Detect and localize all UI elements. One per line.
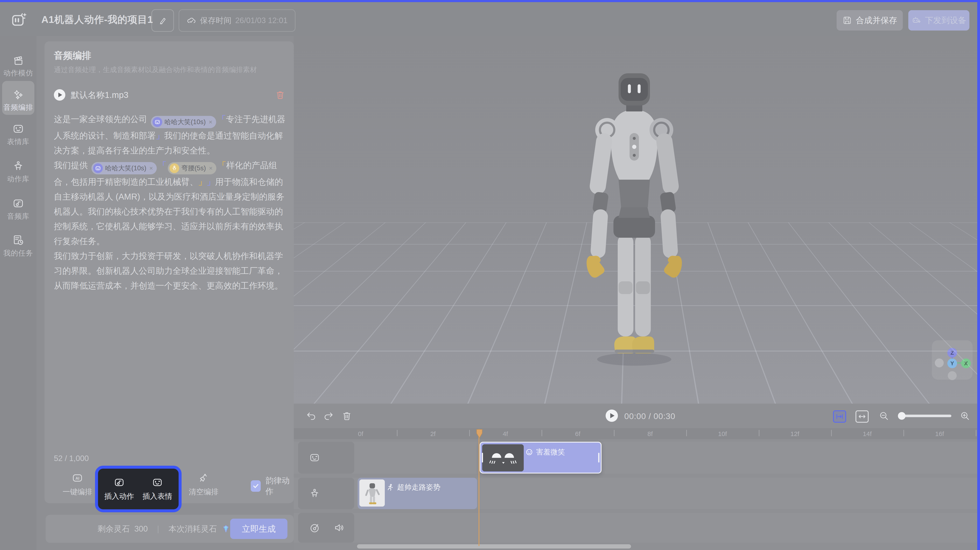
svg-text:AI: AI [75, 476, 80, 480]
cloud-check-icon [186, 16, 196, 25]
action-track-header[interactable] [298, 478, 354, 509]
insert-expression-icon [152, 477, 163, 488]
gizmo-neg-x-axis[interactable] [935, 358, 944, 368]
ai-icon: AI [72, 472, 83, 483]
sidebar-item-motion-mimic[interactable]: 动作模仿 [0, 54, 37, 78]
sidebar-item-action-library[interactable]: 动作库 [0, 160, 37, 184]
3d-viewport[interactable]: Z Y X [294, 36, 977, 404]
timeline-ruler[interactable]: 0f2f4f6f8f10f12f14f16f [294, 428, 977, 439]
ruler-label: 16f [935, 430, 944, 437]
playhead[interactable] [479, 429, 479, 546]
scope-bracket: 「 [158, 161, 167, 170]
gizmo-y-axis[interactable]: Y [947, 358, 957, 368]
gizmo-neg-z-axis[interactable] [948, 371, 957, 380]
timeline-zoom-slider[interactable] [900, 415, 951, 417]
time-display: 00:00 / 00:30 [624, 412, 675, 421]
project-title: A1机器人动作-我的项目1 [41, 13, 153, 26]
deploy-to-device-button[interactable]: 下发到设备 [908, 10, 969, 30]
panel-subtitle: 通过音频处理，生成音频素材以及融合动作和表情的音频编排素材 [54, 65, 285, 74]
sidebar-item-expression-library[interactable]: 表情库 [0, 123, 37, 147]
ruler-label: 4f [503, 430, 508, 437]
playhead-handle[interactable] [476, 429, 483, 438]
rhythm-track-icon [309, 522, 320, 533]
remove-tag-icon[interactable]: × [209, 161, 213, 176]
delete-clip-button[interactable] [342, 411, 352, 421]
timeline-toolbar: 00:00 / 00:30 [294, 404, 977, 428]
timeline-horizontal-scrollbar[interactable] [357, 544, 631, 548]
gizmo-x-axis[interactable]: X [961, 358, 971, 368]
action-library-icon [12, 160, 24, 172]
generate-bar: 剩余灵石 300 | 本次消耗灵石 0 立即生成 [46, 515, 294, 543]
snap-toggle-button[interactable] [833, 411, 846, 423]
zoom-slider-knob[interactable] [898, 412, 905, 420]
undo-button[interactable] [306, 411, 316, 421]
insert-action-button[interactable]: 插入动作 [102, 477, 136, 501]
focus-border-right [977, 0, 980, 550]
rhythm-checkbox[interactable] [251, 480, 261, 492]
ruler-tick [541, 430, 542, 436]
timeline-play-button[interactable] [606, 409, 618, 422]
sidebar-item-label: 我的任务 [0, 248, 37, 258]
synthesize-save-button[interactable]: 合成并保存 [837, 10, 903, 30]
remove-tag-icon[interactable]: × [209, 115, 213, 130]
audio-track-header[interactable] [298, 513, 354, 542]
remove-tag-icon[interactable]: × [150, 161, 153, 176]
panel-title: 音频编排 [54, 49, 91, 62]
top-bar: A1机器人动作-我的项目1 保存时间 26/01/03 12:01 合成并保存 … [0, 2, 980, 36]
action-tag-icon [170, 163, 179, 173]
redo-button[interactable] [323, 411, 334, 421]
sidebar-item-label: 音频库 [0, 211, 37, 221]
one-key-arrange-button[interactable]: AI 一键编排 [58, 472, 97, 497]
expression-tag[interactable]: 哈哈大笑(10s)× [151, 116, 216, 128]
pencil-icon [158, 16, 167, 25]
gizmo-z-axis[interactable]: Z [947, 348, 957, 358]
my-tasks-icon [12, 234, 24, 246]
ruler-label: 10f [718, 430, 727, 437]
action-track-icon [309, 488, 320, 499]
broom-icon [198, 472, 209, 483]
audio-file-row: 默认名称1.mp3 [54, 87, 285, 102]
rename-button[interactable] [151, 10, 174, 32]
editor-text: 用于物流和仓储的自主移动机器人 (AMR)，以及为医疗和酒店业量身定制的服务机器… [54, 177, 285, 290]
clip-thumbnail [482, 444, 524, 471]
play-icon [58, 93, 62, 97]
action-clip[interactable]: 超帅走路姿势 [358, 478, 477, 509]
expression-library-icon [12, 123, 24, 135]
expression-clip[interactable]: 害羞微笑 [480, 442, 601, 474]
orientation-gizmo[interactable]: Z Y X [932, 340, 972, 380]
zoom-in-button[interactable] [960, 411, 970, 421]
action-tag[interactable]: 弯腰(5s)× [168, 162, 216, 174]
editor-text: 这是一家全球领先的公司 [54, 114, 150, 124]
fit-timeline-button[interactable] [856, 411, 869, 423]
expression-tag-icon [93, 163, 103, 173]
scope-bracket: 「 [218, 161, 226, 170]
ruler-label: 8f [648, 430, 653, 437]
generate-now-button[interactable]: 立即生成 [230, 519, 288, 539]
audio-play-button[interactable] [54, 89, 65, 101]
script-editor[interactable]: 这是一家全球领先的公司 哈哈大笑(10s)×「专注于先进机器人系统的设计、制造和… [54, 112, 285, 442]
expression-track-header[interactable] [298, 442, 354, 474]
expression-track-band [294, 442, 977, 474]
sidebar-item-label: 音频编排 [0, 103, 37, 112]
robot-download-icon [912, 16, 921, 25]
expression-track-icon [309, 452, 320, 463]
ruler-tick [397, 430, 398, 436]
audio-track-band [294, 513, 977, 542]
clip-label: 超帅走路姿势 [387, 482, 441, 492]
app-logo-icon [11, 11, 27, 28]
zoom-out-button[interactable] [879, 411, 889, 421]
clear-arrange-button[interactable]: 清空编排 [185, 472, 223, 497]
audio-arrange-icon [12, 89, 24, 100]
divider: | [157, 525, 159, 534]
delete-audio-button[interactable] [275, 90, 285, 100]
audio-file-name: 默认名称1.mp3 [71, 89, 270, 101]
audio-library-icon [12, 197, 24, 209]
sidebar-item-my-tasks[interactable]: 我的任务 [0, 234, 37, 258]
sidebar-item-label: 表情库 [0, 137, 37, 147]
ruler-tick [759, 430, 759, 436]
expression-tag[interactable]: 哈哈大笑(10s)× [91, 162, 157, 174]
insert-expression-button[interactable]: 插入表情 [140, 477, 174, 501]
sidebar-item-audio-arrange[interactable]: 音频编排 [0, 89, 37, 112]
sidebar-item-audio-library[interactable]: 音频库 [0, 197, 37, 221]
highlighted-insert-group: 插入动作 插入表情 [95, 466, 181, 512]
